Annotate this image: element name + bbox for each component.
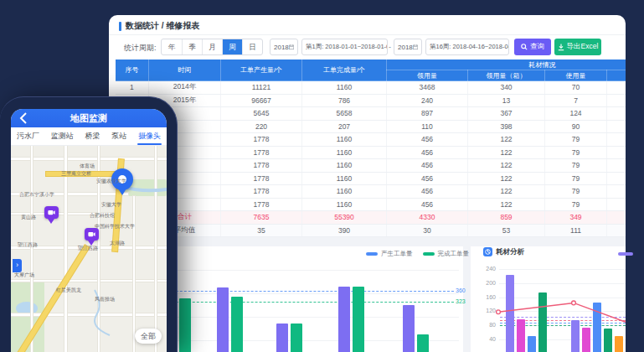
table-cell: 690 (607, 94, 626, 107)
table-cell: 4330 (387, 211, 468, 225)
period-segmented-control: 年季月周日 (161, 39, 263, 55)
week-to-input[interactable]: 第16周: 2018-04-16~2018-04-22 (425, 39, 509, 55)
table-cell: 456 (387, 185, 468, 199)
group-column-header: 耗材情况 (387, 60, 626, 70)
table-cell: 1160 (302, 81, 387, 95)
table-cell: 3468 (387, 81, 468, 95)
table-cell: 7 (545, 94, 607, 107)
table-cell: 398 (468, 120, 545, 133)
table-cell: 140 (607, 224, 626, 237)
table-cell: 79 (545, 146, 607, 159)
app-title: 地图监测 (70, 112, 107, 125)
calendar-icon (413, 44, 418, 50)
table-cell: 122 (468, 185, 545, 199)
phone-screen: 地图监测 污水厂监测站桥梁泵站摄像头 (11, 109, 167, 352)
table-cell: 786 (302, 94, 387, 107)
table-cell: 1778 (221, 185, 302, 199)
all-filter-button[interactable]: 全部 (135, 329, 162, 344)
table-cell: 456 (387, 133, 468, 147)
period-option-年[interactable]: 年 (162, 39, 182, 54)
download-icon (558, 44, 564, 51)
table-cell: 79 (545, 198, 607, 211)
breadcrumb-accent-bar (119, 22, 121, 31)
table-cell: 5658 (302, 107, 387, 121)
period-option-日[interactable]: 日 (242, 39, 262, 54)
table-cell: 122 (468, 172, 545, 185)
map-label: 黄山路 (21, 214, 36, 221)
table-cell: 122 (468, 198, 545, 211)
tab-桥梁[interactable]: 桥梁 (84, 127, 100, 145)
table-cell: 349 (545, 211, 607, 225)
table-cell: 240 (387, 94, 468, 107)
column-header: 工单产生量/个 (221, 60, 302, 81)
table-cell: 110 (387, 120, 468, 133)
year-from-select[interactable]: 2018 (270, 39, 298, 55)
range-separator: - (389, 43, 391, 51)
table-cell: 456 (387, 198, 468, 211)
table-cell: 53 (468, 224, 545, 237)
breadcrumb: 数据统计 / 维修报表 (126, 20, 199, 32)
table-cell: 30 (387, 224, 468, 237)
table-cell: 207 (302, 120, 387, 133)
table-cell: 367 (468, 107, 545, 121)
charts-vertical-divider (463, 246, 471, 352)
table-cell: 90 (545, 120, 607, 133)
map-label: 大摩广场 (14, 272, 34, 279)
sub-column-header: 余量 (607, 70, 626, 81)
table-cell: 1778 (221, 198, 302, 211)
table-row: 356455658897367124129 (116, 107, 626, 121)
year-to-select[interactable]: 2018 (394, 39, 422, 55)
table-cell: 1160 (302, 133, 387, 147)
tab-污水厂[interactable]: 污水厂 (16, 127, 40, 145)
period-option-月[interactable]: 月 (202, 39, 222, 54)
legend-swatch (423, 252, 435, 256)
app-header: 地图监测 (11, 109, 167, 127)
back-chevron-icon[interactable] (18, 112, 28, 124)
tab-摄像头[interactable]: 摄像头 (137, 127, 162, 145)
table-cell: 859 (468, 211, 545, 225)
table-cell: 67 (607, 146, 626, 159)
camera-marker[interactable] (44, 206, 59, 219)
table-cell: 70 (545, 81, 607, 95)
table-cell: 129 (607, 107, 626, 121)
phone-mockup: 地图监测 污水厂监测站桥梁泵站摄像头 (0, 96, 178, 352)
table-charts-divider (109, 237, 626, 246)
map-label: 安徽农业大学 (96, 178, 126, 185)
table-cell: 1160 (302, 146, 387, 159)
pie-chart-icon (483, 247, 492, 256)
export-excel-button[interactable]: 导出Excel (554, 39, 601, 55)
table-cell: 67 (607, 198, 626, 211)
map-label: 合肥科技馆 (90, 212, 115, 220)
charts-panel-bg (109, 246, 626, 352)
table-cell: 79 (545, 185, 607, 199)
report-table: 序号时间工单产生量/个工单完成量/个耗材情况领用量领用量（箱）使用量余量1201… (115, 59, 626, 237)
tab-泵站[interactable]: 泵站 (111, 127, 127, 145)
table-cell: 1160 (302, 172, 387, 185)
map-label: 太湖路 (110, 240, 125, 247)
period-option-周[interactable]: 周 (222, 39, 242, 54)
tab-监测站[interactable]: 监测站 (50, 127, 75, 145)
table-row: 5177811604561227967 (116, 133, 626, 147)
query-button[interactable]: 查询 (514, 39, 551, 55)
table-cell: 79 (545, 172, 607, 185)
table-cell: 1160 (302, 185, 387, 199)
period-option-季[interactable]: 季 (182, 39, 202, 54)
selected-location-pin-tip (118, 189, 126, 195)
right-chart-title: 耗材分析 (496, 247, 524, 257)
week-from-input[interactable]: 第1周: 2018-01-01~2018-01-07 (301, 39, 388, 55)
table-cell: 67 (607, 172, 626, 185)
table-cell: 67 (607, 185, 626, 199)
table-cell: 122 (468, 133, 545, 147)
map-canvas[interactable]: › 全部 三里庵立交桥体育场安徽农业大学合肥市宁溪小学安徽大学合肥科技馆中国科学… (11, 146, 167, 352)
column-header: 序号 (116, 60, 149, 81)
table-cell: 35 (221, 224, 302, 237)
table-cell: 336 (607, 211, 626, 225)
search-icon (521, 44, 528, 50)
table-row: 6177811604561227967 (116, 146, 626, 159)
map-expand-button[interactable]: › (13, 259, 22, 272)
legend-label: 产生工单量 (381, 250, 413, 258)
map-label: 望江西路 (18, 241, 38, 249)
table-cell: 67 (607, 133, 626, 147)
camera-icon (48, 210, 55, 215)
camera-icon (88, 231, 95, 237)
